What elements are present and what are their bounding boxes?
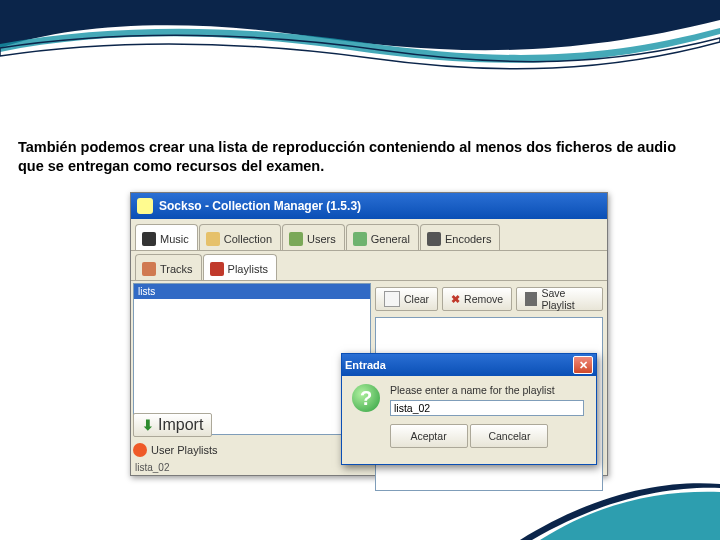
save-label: Save Playlist (541, 287, 594, 311)
tab-encoders[interactable]: Encoders (420, 224, 500, 250)
app-window: Sockso - Collection Manager (1.5.3) Musi… (130, 192, 608, 476)
tab-collection[interactable]: Collection (199, 224, 281, 250)
user-playlists-label[interactable]: User Playlists (133, 443, 218, 457)
remove-label: Remove (464, 293, 503, 305)
tab-general-label: General (371, 233, 410, 245)
window-title: Sockso - Collection Manager (1.5.3) (159, 199, 361, 213)
clear-label: Clear (404, 293, 429, 305)
clear-button[interactable]: Clear (375, 287, 438, 311)
tab-users[interactable]: Users (282, 224, 345, 250)
slide-description: También podemos crear una lista de repro… (18, 138, 678, 176)
tab-collection-label: Collection (224, 233, 272, 245)
clear-icon (384, 291, 400, 307)
tracks-icon (142, 262, 156, 276)
window-titlebar[interactable]: Sockso - Collection Manager (1.5.3) (131, 193, 607, 219)
remove-icon: ✖ (451, 293, 460, 305)
users-icon (289, 232, 303, 246)
remove-button[interactable]: ✖ Remove (442, 287, 512, 311)
tab-general[interactable]: General (346, 224, 419, 250)
tab-playlists[interactable]: Playlists (203, 254, 277, 280)
folder-icon (206, 232, 220, 246)
tab-playlists-label: Playlists (228, 263, 268, 275)
left-pane-header: lists (134, 284, 370, 299)
encoder-icon (427, 232, 441, 246)
import-label: Import (158, 416, 203, 434)
tab-tracks[interactable]: Tracks (135, 254, 202, 280)
headphones-icon (142, 232, 156, 246)
input-dialog: Entrada ✕ ? Please enter a name for the … (341, 353, 597, 465)
tab-tracks-label: Tracks (160, 263, 193, 275)
playlists-icon (210, 262, 224, 276)
import-icon: ⬇ (142, 417, 154, 433)
wave-decoration (0, 0, 720, 90)
main-tab-row: Music Collection Users General Encoders (131, 219, 607, 251)
close-button[interactable]: ✕ (573, 356, 593, 374)
question-icon: ? (352, 384, 380, 412)
dialog-titlebar[interactable]: Entrada ✕ (342, 354, 596, 376)
cancel-button[interactable]: Cancelar (470, 424, 548, 448)
playlist-name-input[interactable] (390, 400, 584, 416)
tab-music[interactable]: Music (135, 224, 198, 250)
playlist-toolbar: Clear ✖ Remove Save Playlist (375, 285, 603, 313)
dialog-title: Entrada (345, 359, 386, 371)
gear-icon (353, 232, 367, 246)
save-icon (525, 292, 537, 306)
app-icon (137, 198, 153, 214)
tab-users-label: Users (307, 233, 336, 245)
tab-music-label: Music (160, 233, 189, 245)
sub-tab-row: Tracks Playlists (131, 251, 607, 281)
user-playlists-icon (133, 443, 147, 457)
save-playlist-button[interactable]: Save Playlist (516, 287, 603, 311)
tab-encoders-label: Encoders (445, 233, 491, 245)
import-button[interactable]: ⬇ Import (133, 413, 212, 437)
playlist-item[interactable]: lista_02 (135, 462, 169, 473)
accept-button[interactable]: Aceptar (390, 424, 468, 448)
dialog-message: Please enter a name for the playlist (352, 384, 586, 396)
